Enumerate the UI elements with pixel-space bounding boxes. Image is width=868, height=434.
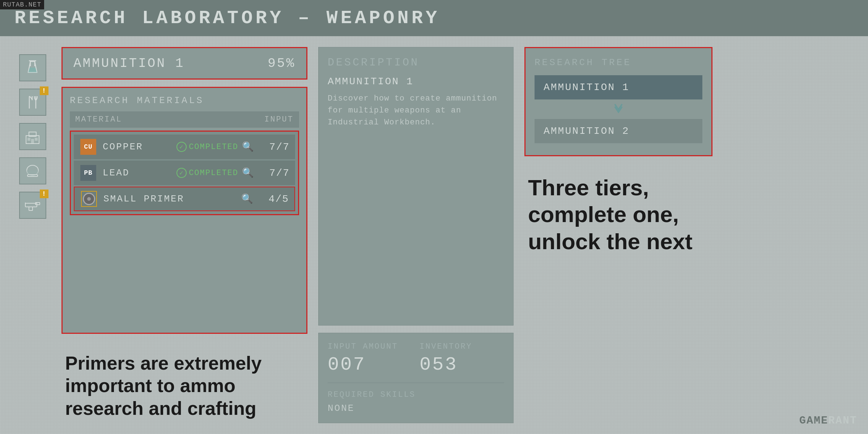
primer-search-icon[interactable]: 🔍: [241, 193, 253, 205]
input-amount-label: INPUT AMOUNT: [328, 342, 412, 351]
lead-icon: PB: [80, 165, 96, 181]
material-row-copper: CU COPPER ✓ COMPLETED 🔍 7/7: [74, 135, 295, 159]
desc-text: Discover how to create ammunition for mu…: [328, 93, 504, 128]
main-layout: !: [0, 36, 868, 434]
sidebar-icon-helmet[interactable]: [19, 157, 46, 184]
check-icon-copper: ✓: [176, 142, 187, 152]
materials-header-row: MATERIAL INPUT: [70, 111, 299, 128]
right-panel: RESEARCH TREE AMMUNITION 1 AMMUNITION 2 …: [524, 47, 854, 423]
copper-icon: CU: [80, 139, 96, 155]
primer-status: 🔍: [241, 193, 253, 205]
stats-row: INPUT AMOUNT 007 INVENTORY 053: [328, 342, 504, 375]
copper-status: ✓ COMPLETED 🔍: [176, 141, 254, 153]
col-input-header: INPUT: [250, 115, 294, 124]
primer-name: SMALL PRIMER: [103, 193, 241, 204]
primer-count: 4/5: [260, 193, 289, 205]
gamerant-rant: RANT: [828, 414, 857, 427]
page-title: RESEARCH LABORATORY – WEAPONRY: [14, 8, 440, 29]
stats-box: INPUT AMOUNT 007 INVENTORY 053 REQUIRED …: [318, 333, 514, 423]
sidebar-icon-lab[interactable]: [19, 54, 46, 81]
tree-item-ammo2[interactable]: AMMUNITION 2: [535, 119, 702, 143]
copper-status-text: COMPLETED: [189, 142, 238, 152]
lead-status-text: COMPLETED: [189, 169, 238, 178]
copper-completed: ✓ COMPLETED: [176, 142, 238, 152]
svg-rect-11: [35, 138, 38, 141]
research-tree-title: RESEARCH TREE: [535, 57, 702, 68]
gamerant-badge: GAMERANT: [799, 414, 857, 427]
lead-completed: ✓ COMPLETED: [176, 168, 238, 178]
left-panel: AMMUNITION 1 95% RESEARCH MATERIALS MATE…: [61, 47, 307, 423]
sidebar: !: [14, 47, 51, 423]
inventory-label: INVENTORY: [420, 342, 504, 351]
material-rows-wrapper: CU COPPER ✓ COMPLETED 🔍 7/7 P: [70, 131, 299, 215]
gamerant-game: GAME: [799, 414, 828, 427]
rutab-badge: RUTAB.NET: [0, 0, 44, 9]
skills-label: REQUIRED SKILLS: [328, 390, 504, 399]
description-title: DESCRIPTION: [328, 56, 504, 69]
lead-count: 7/7: [261, 167, 290, 179]
stats-divider: [328, 383, 504, 383]
lead-status: ✓ COMPLETED 🔍: [176, 167, 254, 179]
copper-count: 7/7: [261, 141, 290, 153]
inventory-value: 053: [420, 354, 504, 375]
svg-rect-12: [31, 139, 34, 144]
sidebar-badge: !: [40, 86, 48, 95]
svg-rect-10: [27, 138, 30, 141]
svg-rect-17: [29, 207, 33, 210]
lead-icon-box: PB: [79, 164, 97, 182]
sidebar-icon-building[interactable]: [19, 123, 46, 150]
tree-arrow: [535, 102, 702, 117]
middle-panel: DESCRIPTION AMMUNITION 1 Discover how to…: [318, 47, 514, 423]
materials-box: RESEARCH MATERIALS MATERIAL INPUT CU COP…: [61, 87, 307, 334]
copper-name: COPPER: [103, 141, 176, 152]
sidebar-icon-food[interactable]: !: [19, 89, 46, 116]
lead-name: LEAD: [103, 167, 176, 178]
primer-icon-box: [80, 190, 98, 208]
annotation-right: Three tiers,complete one,unlock the next: [524, 171, 854, 259]
primer-dot: [87, 197, 91, 201]
tree-item-ammo1[interactable]: AMMUNITION 1: [535, 75, 702, 99]
header-bar: RESEARCH LABORATORY – WEAPONRY: [0, 0, 868, 36]
check-icon-lead: ✓: [176, 168, 187, 178]
svg-marker-3: [28, 68, 37, 72]
col-material-header: MATERIAL: [75, 115, 250, 124]
skills-value: NONE: [328, 403, 504, 414]
sidebar-weapon-badge: !: [40, 190, 48, 198]
ammo-percent: 95%: [268, 56, 295, 71]
input-amount-col: INPUT AMOUNT 007: [328, 342, 412, 375]
desc-item-name: AMMUNITION 1: [328, 76, 504, 87]
annotation-left: Primers are extremelyimportant to ammore…: [61, 348, 307, 423]
lead-search-icon[interactable]: 🔍: [242, 167, 254, 179]
ammo-progress-box: AMMUNITION 1 95%: [61, 47, 307, 80]
copper-icon-box: CU: [79, 138, 97, 156]
input-amount-value: 007: [328, 354, 412, 375]
research-tree-box: RESEARCH TREE AMMUNITION 1 AMMUNITION 2: [524, 47, 712, 156]
sidebar-icon-weapon[interactable]: !: [19, 192, 46, 219]
inventory-col: INVENTORY 053: [420, 342, 504, 375]
ammo-label: AMMUNITION 1: [73, 56, 184, 71]
primer-icon: [81, 191, 97, 207]
material-row-lead: PB LEAD ✓ COMPLETED 🔍 7/7: [74, 161, 295, 185]
materials-title: RESEARCH MATERIALS: [70, 95, 299, 106]
description-box: DESCRIPTION AMMUNITION 1 Discover how to…: [318, 47, 514, 326]
copper-search-icon[interactable]: 🔍: [242, 141, 254, 153]
material-row-primer: SMALL PRIMER 🔍 4/5: [74, 187, 295, 211]
